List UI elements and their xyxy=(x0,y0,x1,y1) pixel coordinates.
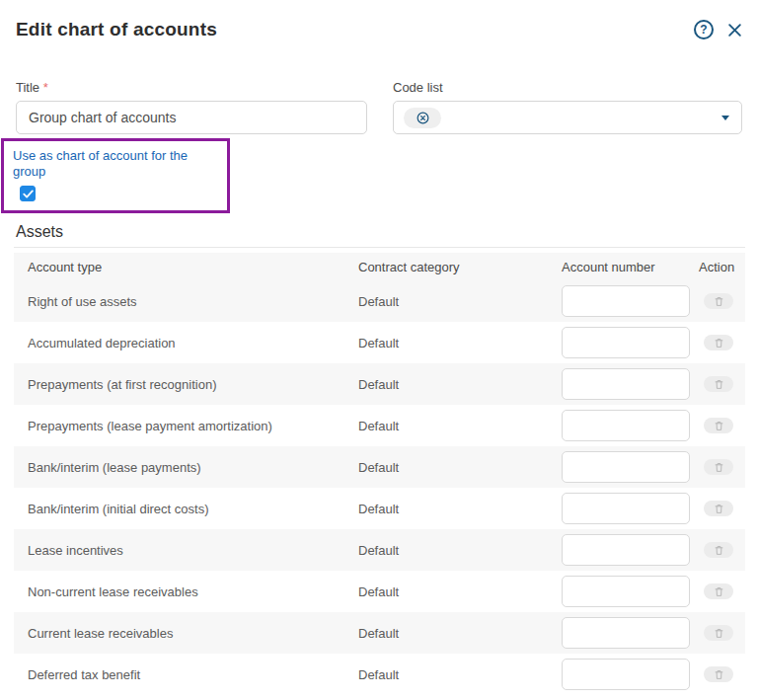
trash-icon xyxy=(715,628,723,639)
account-number-input[interactable] xyxy=(562,576,690,607)
account-number-cell xyxy=(562,659,699,690)
account-type-cell: Prepayments (lease payment amortization) xyxy=(28,419,358,433)
contract-category-cell: Default xyxy=(358,626,562,641)
table-row: Deferred tax benefit Default xyxy=(14,654,745,695)
account-type-cell: Prepayments (at first recognition) xyxy=(28,377,358,392)
action-cell xyxy=(699,666,745,682)
account-type-cell: Bank/interim (initial direct costs) xyxy=(28,502,358,516)
action-cell xyxy=(699,542,745,558)
trash-icon xyxy=(715,296,723,307)
account-number-input[interactable] xyxy=(562,451,690,483)
contract-category-cell: Default xyxy=(358,336,562,350)
accounts-table: Account type Contract category Account n… xyxy=(14,253,745,695)
required-marker: * xyxy=(43,80,48,95)
account-number-input[interactable] xyxy=(562,368,690,400)
column-header-contract-category: Contract category xyxy=(358,260,562,274)
contract-category-cell: Default xyxy=(358,460,562,475)
contract-category-cell: Default xyxy=(358,294,562,309)
action-cell xyxy=(699,501,745,516)
chevron-down-icon xyxy=(721,116,729,120)
account-number-input[interactable] xyxy=(562,285,690,317)
group-option-link[interactable]: Use as chart of account for the group xyxy=(13,148,219,180)
trash-icon xyxy=(715,669,723,680)
action-cell xyxy=(699,335,745,350)
title-input[interactable] xyxy=(16,101,367,134)
contract-category-cell: Default xyxy=(358,419,562,433)
delete-row-button[interactable] xyxy=(704,583,733,599)
account-number-cell xyxy=(562,617,699,649)
delete-row-button[interactable] xyxy=(704,376,733,392)
account-number-cell xyxy=(562,576,699,607)
help-button[interactable]: ? xyxy=(694,20,714,39)
trash-icon xyxy=(715,545,723,556)
contract-category-cell: Default xyxy=(358,667,562,682)
trash-icon xyxy=(715,379,723,390)
circle-x-remove-icon xyxy=(416,111,430,125)
account-number-input[interactable] xyxy=(562,327,690,358)
section-heading-assets: Assets xyxy=(16,222,758,241)
account-number-input[interactable] xyxy=(562,659,690,690)
delete-row-button[interactable] xyxy=(704,625,733,641)
account-number-cell xyxy=(562,534,699,566)
modal-corner xyxy=(0,0,13,13)
trash-icon xyxy=(715,462,723,473)
section-assets: Assets Account type Contract category Ac… xyxy=(0,222,758,695)
section-divider xyxy=(14,247,745,248)
code-list-select[interactable] xyxy=(393,101,742,134)
account-number-cell xyxy=(562,327,699,358)
dialog-header: Edit chart of accounts ? xyxy=(0,0,758,40)
table-row: Lease incentives Default xyxy=(14,529,745,571)
table-row: Right of use assets Default xyxy=(14,280,745,322)
title-label: Title * xyxy=(16,80,367,95)
account-number-cell xyxy=(562,285,699,317)
account-type-cell: Lease incentives xyxy=(28,543,358,558)
delete-row-button[interactable] xyxy=(704,542,733,558)
trash-icon xyxy=(715,338,723,349)
account-number-cell xyxy=(562,368,699,400)
table-row: Prepayments (at first recognition) Defau… xyxy=(14,363,745,405)
help-circle-icon: ? xyxy=(700,22,707,38)
checkmark-icon xyxy=(23,190,34,198)
delete-row-button[interactable] xyxy=(704,293,733,309)
account-type-cell: Bank/interim (lease payments) xyxy=(28,460,358,475)
account-number-input[interactable] xyxy=(562,410,690,441)
account-type-cell: Non-current lease receivables xyxy=(28,584,358,599)
account-type-cell: Current lease receivables xyxy=(28,626,358,641)
account-number-input[interactable] xyxy=(562,617,690,649)
account-type-cell: Right of use assets xyxy=(28,294,358,309)
account-number-cell xyxy=(562,493,699,524)
account-number-input[interactable] xyxy=(562,493,690,524)
delete-row-button[interactable] xyxy=(704,666,733,682)
account-number-cell xyxy=(562,451,699,483)
column-header-action: Action xyxy=(699,260,745,274)
account-number-cell xyxy=(562,410,699,441)
contract-category-cell: Default xyxy=(358,584,562,599)
dialog-title: Edit chart of accounts xyxy=(16,18,217,40)
table-row: Non-current lease receivables Default xyxy=(14,571,745,612)
delete-row-button[interactable] xyxy=(704,501,733,516)
action-cell xyxy=(699,418,745,433)
contract-category-cell: Default xyxy=(358,543,562,558)
delete-row-button[interactable] xyxy=(704,459,733,475)
code-list-clear-chip[interactable] xyxy=(404,108,441,128)
edit-chart-of-accounts-dialog: Edit chart of accounts ? Title * Code li… xyxy=(0,0,758,700)
close-icon xyxy=(727,23,742,38)
action-cell xyxy=(699,625,745,641)
account-number-input[interactable] xyxy=(562,534,690,566)
table-row: Prepayments (lease payment amortization)… xyxy=(14,405,745,446)
action-cell xyxy=(699,293,745,309)
table-row: Bank/interim (lease payments) Default xyxy=(14,446,745,488)
action-cell xyxy=(699,459,745,475)
delete-row-button[interactable] xyxy=(704,335,733,350)
group-checkbox[interactable] xyxy=(20,186,36,201)
column-header-account-number: Account number xyxy=(562,260,699,274)
delete-row-button[interactable] xyxy=(704,418,733,433)
close-button[interactable] xyxy=(727,23,742,38)
title-field: Title * xyxy=(16,80,367,134)
trash-icon xyxy=(715,421,723,431)
group-option-highlight: Use as chart of account for the group xyxy=(1,138,230,213)
form-row: Title * Code list xyxy=(0,80,758,134)
action-cell xyxy=(699,376,745,392)
table-row: Accumulated depreciation Default xyxy=(14,322,745,363)
action-cell xyxy=(699,583,745,599)
